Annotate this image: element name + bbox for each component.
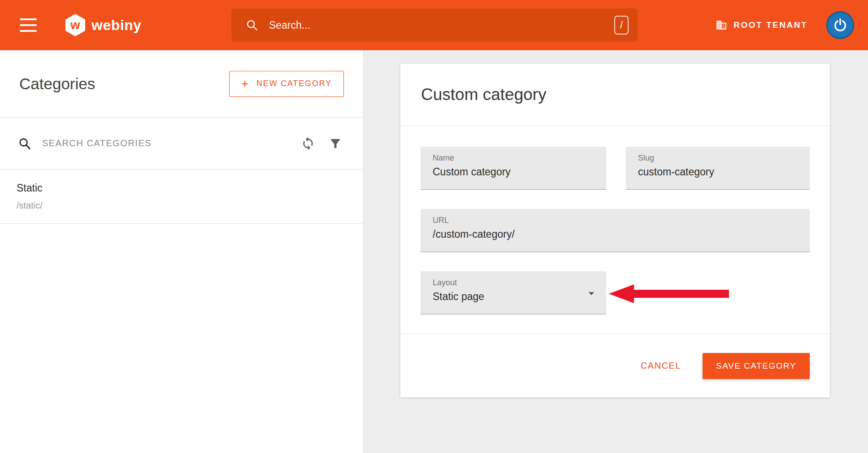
url-label: URL — [433, 216, 810, 225]
global-search[interactable]: / — [231, 9, 638, 42]
webiny-logo-text: webiny — [91, 17, 141, 34]
filter-button[interactable] — [329, 137, 342, 150]
refresh-button[interactable] — [301, 136, 315, 151]
category-dialog: Custom category Name Slug URL — [400, 64, 830, 397]
chevron-down-icon — [585, 287, 598, 300]
global-search-input[interactable] — [269, 19, 614, 31]
name-input[interactable] — [433, 166, 592, 178]
new-category-label: NEW CATEGORY — [256, 79, 332, 88]
webiny-logo-icon: w — [65, 13, 86, 37]
url-field[interactable]: URL — [421, 209, 810, 252]
building-icon — [716, 19, 727, 31]
new-category-button[interactable]: + NEW CATEGORY — [229, 71, 344, 97]
dialog-title: Custom category — [421, 85, 547, 104]
category-form: Name Slug URL Layout Static page — [400, 126, 830, 334]
layout-select[interactable]: Layout Static page — [421, 271, 606, 314]
category-url: /static/ — [17, 200, 363, 211]
dialog-actions: CANCEL SAVE CATEGORY — [400, 334, 830, 397]
category-list-item[interactable]: Static /static/ — [0, 170, 363, 224]
category-list: Static /static/ — [0, 170, 363, 224]
url-input[interactable] — [433, 228, 780, 240]
topbar: w webiny / ROOT TENANT — [0, 0, 868, 50]
cancel-button[interactable]: CANCEL — [636, 356, 686, 375]
filter-icon — [329, 137, 342, 150]
slug-label: Slug — [638, 153, 810, 163]
svg-text:w: w — [70, 18, 80, 32]
content-area: Custom category Name Slug URL — [363, 50, 868, 453]
layout-value: Static page — [433, 291, 592, 303]
category-title: Static — [17, 182, 363, 194]
main-area: Categories + NEW CATEGORY — [0, 50, 868, 453]
layout-label: Layout — [433, 278, 606, 287]
user-avatar[interactable] — [826, 11, 854, 39]
refresh-icon — [301, 136, 315, 151]
page-title: Categories — [19, 75, 95, 93]
power-icon — [833, 17, 848, 33]
categories-search-input[interactable] — [42, 138, 287, 148]
webiny-logo[interactable]: w webiny — [65, 13, 141, 37]
plus-icon: + — [241, 78, 249, 90]
slug-field[interactable]: Slug — [626, 147, 810, 190]
categories-panel: Categories + NEW CATEGORY — [0, 50, 363, 453]
menu-button[interactable] — [20, 18, 37, 32]
tenant-label: ROOT TENANT — [733, 20, 807, 30]
categories-search — [0, 118, 363, 170]
search-shortcut-badge: / — [614, 16, 629, 35]
save-category-button[interactable]: SAVE CATEGORY — [703, 353, 810, 379]
name-label: Name — [433, 153, 606, 163]
search-icon — [246, 19, 258, 31]
name-field[interactable]: Name — [421, 147, 606, 190]
categories-header: Categories + NEW CATEGORY — [0, 50, 363, 118]
slug-input[interactable] — [638, 166, 796, 178]
tenant-selector[interactable]: ROOT TENANT — [716, 19, 807, 31]
search-icon — [18, 137, 31, 150]
